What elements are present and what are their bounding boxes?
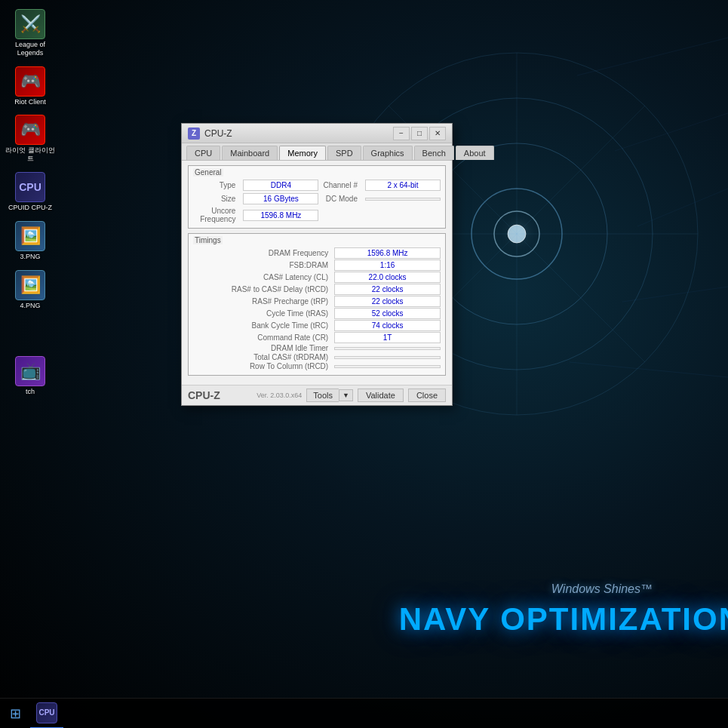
timings-section-label: Timings	[193, 236, 223, 244]
tab-spd[interactable]: SPD	[327, 146, 361, 160]
uncore-freq-value: 1596.8 MHz	[243, 210, 318, 221]
cpuz-window: Z CPU-Z − □ ✕ CPU Mainboard Memory SPD G…	[181, 123, 453, 406]
desktop-icon-lol[interactable]: ⚔️ League of Legends	[0, 6, 60, 60]
tab-graphics[interactable]: Graphics	[363, 146, 413, 160]
desktop-icon-png4[interactable]: 🖼️ 4.PNG	[0, 267, 60, 313]
fsb-dram-value: 1:16	[334, 260, 441, 271]
lol-icon: ⚔️	[15, 9, 45, 39]
titlebar-buttons: − □ ✕	[393, 127, 446, 140]
fsb-dram-label: FSB:DRAM	[193, 261, 331, 269]
cr-label: Command Rate (CR)	[193, 333, 331, 342]
desktop-icons-container: ⚔️ League of Legends 🎮 Riot Client 🎮 라이엇…	[0, 0, 60, 405]
cpuz-version-text: Ver. 2.03.0.x64	[256, 392, 302, 399]
cr-value: 1T	[334, 332, 441, 343]
trcd-value: 22 clocks	[334, 284, 441, 295]
channel-label: Channel #	[323, 181, 361, 189]
minimize-button[interactable]: −	[393, 127, 410, 140]
window-bottom-bar: CPU-Z Ver. 2.03.0.x64 Tools ▼ Validate C…	[182, 385, 452, 405]
taskbar-cpuz-item[interactable]: CPU	[30, 699, 63, 729]
tab-about[interactable]: About	[456, 146, 494, 160]
tools-button-group: Tools ▼	[306, 389, 353, 402]
taskbar: ⊞ CPU	[0, 698, 728, 728]
riot-client-icon: 🎮	[15, 66, 45, 97]
cas-latency-value: 22.0 clocks	[334, 272, 441, 283]
desktop-icon-riot-kr[interactable]: 🎮 라이엇 클라이언트	[0, 112, 60, 166]
general-section-label: General	[193, 168, 223, 177]
windows-shines-text: Windows Shines™	[551, 582, 653, 596]
tab-memory[interactable]: Memory	[279, 146, 326, 160]
dram-freq-label: DRAM Frequency	[193, 249, 331, 257]
general-section: General Type DDR4 Channel # 2 x 64-bit S…	[188, 165, 446, 229]
close-button[interactable]: ✕	[429, 127, 446, 140]
taskbar-cpuz-icon: CPU	[36, 702, 57, 723]
tab-cpu[interactable]: CPU	[186, 146, 220, 160]
dram-idle-value	[334, 347, 441, 350]
tools-main-button[interactable]: Tools	[306, 389, 339, 402]
dram-idle-label: DRAM Idle Timer	[193, 344, 331, 352]
svg-line-12	[637, 189, 728, 226]
tras-label: Cycle Time (tRAS)	[193, 309, 331, 318]
window-titlebar[interactable]: Z CPU-Z − □ ✕	[182, 124, 452, 143]
close-window-button[interactable]: Close	[408, 389, 446, 402]
channel-value: 2 x 64-bit	[365, 180, 441, 191]
total-cas-value	[334, 356, 441, 359]
start-button[interactable]: ⊞	[0, 699, 30, 729]
row-to-col-label: Row To Column (tRCD)	[193, 362, 331, 370]
trp-label: RAS# Precharge (tRP)	[193, 297, 331, 306]
png3-icon-label: 3.PNG	[20, 253, 40, 261]
riot-kr-icon: 🎮	[15, 115, 45, 145]
twitch-icon: 📺	[15, 356, 45, 386]
window-content: General Type DDR4 Channel # 2 x 64-bit S…	[182, 161, 452, 385]
dram-freq-value: 1596.8 MHz	[334, 247, 441, 259]
png3-icon: 🖼️	[15, 221, 45, 251]
png4-icon-label: 4.PNG	[20, 302, 40, 310]
desktop-icon-png3[interactable]: 🖼️ 3.PNG	[0, 218, 60, 264]
tools-dropdown-button[interactable]: ▼	[339, 389, 353, 401]
cpuz-icon-label: CPUID CPU-Z	[8, 204, 52, 212]
dc-mode-value	[365, 198, 441, 201]
tab-mainboard[interactable]: Mainboard	[222, 146, 278, 160]
cpuz-titlebar-icon: Z	[188, 127, 200, 140]
validate-button[interactable]: Validate	[358, 389, 404, 402]
uncore-freq-label: Uncore Frequency	[193, 207, 238, 223]
cpuz-desktop-icon: CPU	[15, 172, 45, 202]
png4-icon: 🖼️	[15, 270, 45, 300]
trcd-label: RAS# to CAS# Delay (tRCD)	[193, 285, 331, 293]
tras-value: 52 clocks	[334, 308, 441, 319]
cas-latency-label: CAS# Latency (CL)	[193, 273, 331, 281]
svg-line-10	[577, 38, 728, 75]
trc-label: Bank Cycle Time (tRC)	[193, 321, 331, 330]
maximize-button[interactable]: □	[411, 127, 428, 140]
timings-grid: DRAM Frequency 1596.8 MHz FSB:DRAM 1:16 …	[193, 247, 441, 370]
lol-icon-label: League of Legends	[4, 41, 57, 57]
row-to-col-value	[334, 365, 441, 368]
size-label: Size	[193, 195, 238, 203]
trc-value: 74 clocks	[334, 320, 441, 331]
svg-line-14	[570, 362, 728, 377]
timings-section: Timings DRAM Frequency 1596.8 MHz FSB:DR…	[188, 233, 446, 376]
trp-value: 22 clocks	[334, 296, 441, 307]
desktop-icon-twitch[interactable]: 📺 tch	[0, 353, 60, 399]
type-label: Type	[193, 181, 238, 189]
tab-bench[interactable]: Bench	[414, 146, 454, 160]
size-value: 16 GBytes	[243, 193, 318, 204]
desktop: Windows Shines™ NAVY OPTIMIZATION ⚔️ Lea…	[0, 0, 728, 728]
desktop-icon-riot[interactable]: 🎮 Riot Client	[0, 63, 60, 109]
riot-kr-icon-label: 라이엇 클라이언트	[4, 146, 57, 163]
type-value: DDR4	[243, 180, 318, 191]
total-cas-label: Total CAS# (tRDRAM)	[193, 353, 331, 361]
twitch-icon-label: tch	[26, 388, 35, 396]
tab-bar: CPU Mainboard Memory SPD Graphics Bench …	[182, 143, 452, 161]
window-title: CPU-Z	[204, 128, 393, 139]
cpuz-logo-text: CPU-Z	[188, 389, 252, 401]
riot-icon-label: Riot Client	[14, 98, 46, 106]
desktop-icon-cpuz[interactable]: CPU CPUID CPU-Z	[0, 169, 60, 215]
navy-optimization-text: NAVY OPTIMIZATION	[399, 601, 728, 637]
dc-mode-label: DC Mode	[323, 195, 361, 203]
